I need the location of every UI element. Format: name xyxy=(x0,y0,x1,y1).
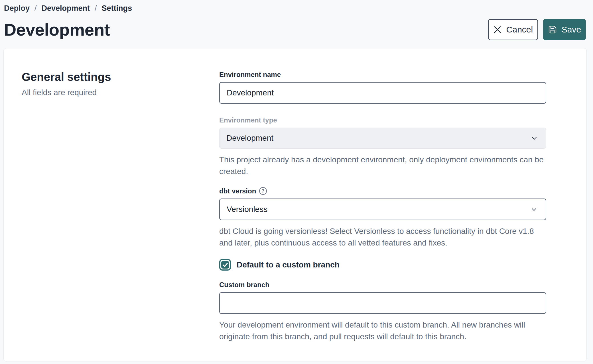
page-title: Development xyxy=(4,20,110,40)
dbt-version-group: dbt version ? Versionless dbt Cloud is g… xyxy=(219,187,546,249)
cancel-button-label: Cancel xyxy=(506,25,533,34)
general-settings-card: General settings All fields are required… xyxy=(3,48,587,361)
dbt-version-select[interactable]: Versionless xyxy=(219,199,546,220)
custom-branch-group: Custom branch Your development environme… xyxy=(219,281,546,342)
section-subheading: All fields are required xyxy=(22,88,219,97)
save-button[interactable]: Save xyxy=(543,19,586,40)
section-intro: General settings All fields are required xyxy=(22,71,219,361)
close-icon xyxy=(493,25,502,34)
section-heading: General settings xyxy=(22,71,219,83)
environment-type-help: This project already has a development e… xyxy=(219,154,546,177)
breadcrumb-separator: / xyxy=(34,4,37,13)
custom-branch-toggle-label[interactable]: Default to a custom branch xyxy=(237,260,340,269)
breadcrumb-item-development[interactable]: Development xyxy=(42,4,90,13)
settings-form: Environment name Environment type Develo… xyxy=(219,71,546,361)
chevron-down-icon xyxy=(531,134,538,142)
svg-text:?: ? xyxy=(262,189,265,193)
environment-type-select: Development xyxy=(219,128,546,149)
custom-branch-input[interactable] xyxy=(219,292,546,314)
cancel-button[interactable]: Cancel xyxy=(488,19,538,40)
chevron-down-icon xyxy=(530,206,538,213)
environment-type-value: Development xyxy=(226,134,273,143)
custom-branch-toggle-row: Default to a custom branch xyxy=(219,259,546,271)
save-button-label: Save xyxy=(562,25,581,34)
dbt-version-help: dbt Cloud is going versionless! Select V… xyxy=(219,225,546,249)
breadcrumb: Deploy / Development / Settings xyxy=(4,3,586,13)
custom-branch-label: Custom branch xyxy=(219,281,546,289)
checkmark-icon xyxy=(222,261,229,268)
environment-name-input[interactable] xyxy=(219,82,546,104)
breadcrumb-item-settings: Settings xyxy=(102,4,132,13)
page-header: Deploy / Development / Settings Developm… xyxy=(0,0,593,40)
header-actions: Cancel Save xyxy=(488,19,586,40)
environment-name-label: Environment name xyxy=(219,71,546,79)
custom-branch-checkbox[interactable] xyxy=(219,259,231,271)
breadcrumb-separator: / xyxy=(95,4,97,13)
help-circle-icon[interactable]: ? xyxy=(259,187,267,195)
floppy-disk-icon xyxy=(548,25,557,34)
dbt-version-value: Versionless xyxy=(227,205,267,214)
environment-name-group: Environment name xyxy=(219,71,546,104)
custom-branch-help: Your development environment will defaul… xyxy=(219,319,546,342)
environment-type-group: Environment type Development This projec… xyxy=(219,116,546,177)
dbt-version-label: dbt version xyxy=(219,187,256,195)
breadcrumb-item-deploy[interactable]: Deploy xyxy=(4,4,30,13)
environment-type-label: Environment type xyxy=(219,116,546,124)
